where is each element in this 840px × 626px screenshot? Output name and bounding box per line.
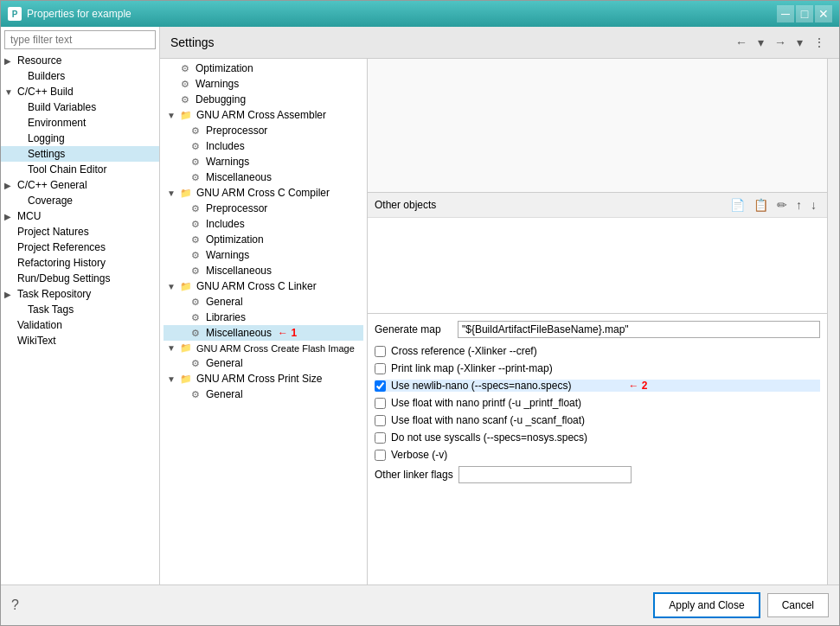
maximize-button[interactable]: □ [796,5,813,22]
settings-tree-cc-optimization[interactable]: ⚙ Optimization [164,232,363,247]
expand-arrow: ▼ [167,282,177,291]
obj-up-button[interactable]: ↑ [792,196,805,214]
sidebar-item-cpp-build[interactable]: ▼ C/C++ Build [1,84,159,99]
obj-down-button[interactable]: ↓ [807,196,820,214]
verbose-checkbox[interactable] [375,450,386,461]
right-scrollbar[interactable] [827,59,839,584]
menu-button[interactable]: ⋮ [810,34,829,51]
folder-icon: 📁 [180,110,192,121]
settings-icon: ⚙ [191,265,200,277]
print-link-map-checkbox[interactable] [375,363,386,374]
apply-close-button[interactable]: Apply and Close [653,592,760,618]
generate-map-input[interactable] [458,321,820,338]
sidebar-item-toolchain-editor[interactable]: Tool Chain Editor [1,162,159,177]
settings-tree-asm-miscellaneous[interactable]: ⚙ Miscellaneous [164,169,363,185]
settings-item-label: Miscellaneous [206,171,272,183]
back-button[interactable]: ← [732,34,751,51]
obj-add-button[interactable]: 📋 [750,196,772,214]
cancel-button[interactable]: Cancel [767,593,829,617]
settings-item-label: General [206,357,243,369]
settings-tree-linker-miscellaneous[interactable]: ⚙ Miscellaneous ← 1 [164,325,363,341]
sidebar-item-environment[interactable]: Environment [1,115,159,131]
sidebar-item-label: MCU [17,210,41,222]
annotation-2: ← 2 [628,380,647,392]
filter-input[interactable] [4,30,156,49]
settings-icon: ⚙ [191,203,200,214]
sidebar-item-settings[interactable]: Settings [1,146,159,162]
forward-dropdown2-button[interactable]: ▾ [793,34,806,51]
settings-item-label: Optimization [196,62,253,74]
sidebar-item-task-tags[interactable]: Task Tags [1,302,159,317]
settings-tree-cc-miscellaneous[interactable]: ⚙ Miscellaneous [164,263,363,278]
other-objects-label: Other objects [375,199,436,211]
other-linker-flags-input[interactable] [458,466,632,483]
sidebar-item-rundebug-settings[interactable]: Run/Debug Settings [1,271,159,286]
settings-tree-assembler[interactable]: ▼ 📁 GNU ARM Cross Assembler [164,107,363,123]
sidebar-item-project-references[interactable]: Project References [1,240,159,255]
settings-tree-linker-libraries[interactable]: ⚙ Libraries [164,310,363,325]
sidebar-item-logging[interactable]: Logging [1,131,159,146]
settings-tree-print-size[interactable]: ▼ 📁 GNU ARM Cross Print Size [164,371,363,386]
sidebar-item-task-repository[interactable]: ▶ Task Repository [1,286,159,302]
settings-tree-printsize-general[interactable]: ⚙ General [164,386,363,402]
sidebar-item-build-variables[interactable]: Build Variables [1,99,159,115]
obj-edit-button[interactable]: ✏ [773,196,791,214]
settings-tree-optimization[interactable]: ⚙ Optimization [164,61,363,76]
sidebar-item-label: Project References [17,241,106,253]
settings-tree-c-linker[interactable]: ▼ 📁 GNU ARM Cross C Linker [164,278,363,294]
settings-tree-asm-preprocessor[interactable]: ⚙ Preprocessor [164,123,363,138]
sidebar-item-label: Task Tags [28,303,74,316]
sidebar-item-cpp-general[interactable]: ▶ C/C++ General [1,177,159,193]
settings-item-label: GNU ARM Cross Print Size [196,373,322,385]
help-icon[interactable]: ? [11,597,19,613]
minimize-button[interactable]: ─ [777,5,794,22]
settings-tree-cc-warnings[interactable]: ⚙ Warnings [164,247,363,263]
settings-tree-cc-includes[interactable]: ⚙ Includes [164,216,363,232]
sidebar-item-mcu[interactable]: ▶ MCU [1,208,159,224]
settings-icon: ⚙ [191,297,200,308]
settings-tree-c-compiler[interactable]: ▼ 📁 GNU ARM Cross C Compiler [164,185,363,201]
close-button[interactable]: ✕ [815,5,832,22]
settings-tree-debugging[interactable]: ⚙ Debugging [164,92,363,107]
main-content: ▶ Resource Builders ▼ C/C++ Build Build … [1,27,839,584]
settings-tree-asm-warnings[interactable]: ⚙ Warnings [164,154,363,169]
float-scanf-checkbox[interactable] [375,415,386,426]
cross-reference-checkbox[interactable] [375,346,386,357]
generate-map-label: Generate map [375,323,452,335]
sidebar-item-refactoring-history[interactable]: Refactoring History [1,255,159,271]
newlib-nano-checkbox[interactable] [375,380,386,392]
sidebar-item-coverage[interactable]: Coverage [1,193,159,208]
nosys-checkbox[interactable] [375,432,386,444]
sidebar-item-validation[interactable]: Validation [1,317,159,333]
folder-icon: 📁 [180,342,192,354]
settings-header: Settings ← ▾ → ▾ ⋮ [160,27,839,59]
sidebar-item-label: Settings [28,148,65,160]
expand-arrow: ▼ [4,87,15,97]
forward-button[interactable]: → [771,34,790,51]
settings-item-label: Preprocessor [206,202,267,214]
float-printf-checkbox[interactable] [375,398,386,409]
forward-dropdown-button[interactable]: ▾ [754,34,767,51]
sidebar-item-wikitext[interactable]: WikiText [1,333,159,348]
obj-add-file-button[interactable]: 📄 [727,196,748,214]
cb-newlib-nano-row: Use newlib-nano (--specs=nano.specs) ← 2 [375,380,820,392]
settings-tree-cc-preprocessor[interactable]: ⚙ Preprocessor [164,201,363,216]
settings-item-label: Optimization [206,233,264,246]
settings-icon: ⚙ [181,79,189,90]
settings-item-label: General [206,296,243,308]
sidebar-item-label: Coverage [28,195,73,207]
sidebar-item-project-natures[interactable]: Project Natures [1,224,159,240]
sidebar-item-label: C/C++ General [17,179,87,191]
sidebar-item-label: Run/Debug Settings [17,272,110,284]
sidebar-item-label: Environment [28,117,86,129]
settings-tree-flash-image[interactable]: ▼ 📁 GNU ARM Cross Create Flash Image [164,341,363,355]
settings-tree-asm-includes[interactable]: ⚙ Includes [164,138,363,154]
settings-tree-flash-general[interactable]: ⚙ General [164,355,363,371]
options-area: Generate map Cross reference (-Xlinker -… [368,314,827,497]
print-link-map-label: Print link map (-Xlinker --print-map) [391,362,553,374]
other-linker-flags-row: Other linker flags [375,466,820,483]
sidebar-item-builders[interactable]: Builders [1,68,159,84]
settings-tree-linker-general[interactable]: ⚙ General [164,294,363,310]
sidebar-item-resource[interactable]: ▶ Resource [1,53,159,68]
settings-tree-warnings[interactable]: ⚙ Warnings [164,76,363,92]
